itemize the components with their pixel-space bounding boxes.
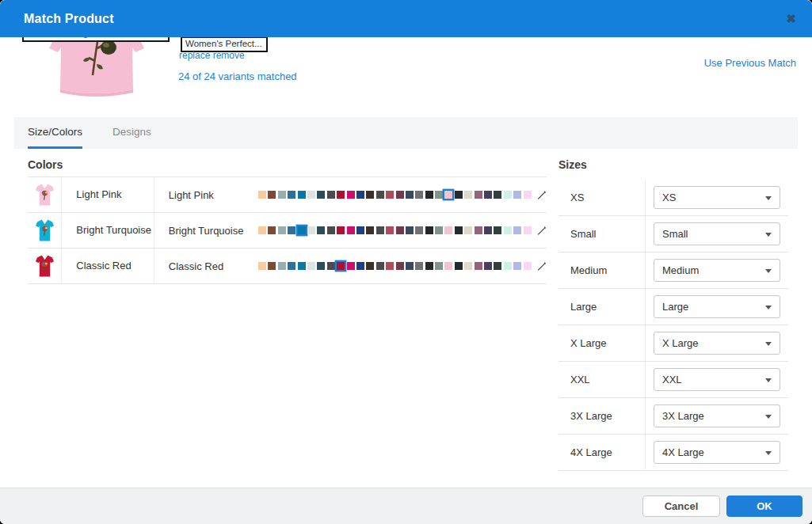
size-select[interactable]: 4X Large [654,441,780,464]
color-swatch[interactable] [376,226,384,234]
color-swatch[interactable] [288,226,295,234]
color-swatch[interactable] [406,191,414,199]
size-select[interactable]: Small [654,222,780,245]
cancel-button[interactable]: Cancel [642,496,720,517]
color-swatch[interactable] [464,262,472,270]
color-swatch[interactable] [376,262,384,270]
color-swatch[interactable] [435,191,443,199]
color-swatch[interactable] [524,226,532,234]
color-swatch[interactable] [337,191,345,199]
color-swatch[interactable] [406,262,414,270]
color-swatch[interactable] [475,191,482,199]
color-swatch[interactable] [444,191,452,199]
color-swatch[interactable] [494,226,501,234]
color-swatch[interactable] [464,226,472,234]
color-swatch[interactable] [396,191,404,199]
color-swatch[interactable] [258,191,266,199]
color-swatch[interactable] [475,226,482,234]
color-swatch[interactable] [298,262,306,270]
color-swatch[interactable] [415,226,423,234]
color-swatch[interactable] [513,262,521,270]
color-swatch[interactable] [396,262,404,270]
ok-button[interactable]: OK [726,496,802,517]
color-swatch[interactable] [356,262,364,270]
color-swatch[interactable] [455,191,463,199]
size-select[interactable]: XXL [654,368,780,391]
color-swatch[interactable] [347,191,355,199]
color-swatch[interactable] [504,226,512,234]
color-swatch[interactable] [327,262,335,270]
tab-designs[interactable]: Designs [112,117,151,149]
color-swatch[interactable] [288,191,295,199]
color-swatch[interactable] [425,226,433,234]
color-swatch[interactable] [317,262,325,270]
color-swatch[interactable] [327,226,335,234]
color-swatch[interactable] [278,226,286,234]
color-swatch[interactable] [298,191,306,199]
color-swatch[interactable] [435,226,443,234]
color-swatch[interactable] [258,226,266,234]
color-swatch[interactable] [366,262,374,270]
color-swatch[interactable] [464,191,472,199]
tab-size-colors[interactable]: Size/Colors [28,117,82,149]
color-swatch[interactable] [317,191,325,199]
color-swatch[interactable] [455,226,463,234]
color-swatch[interactable] [513,191,521,199]
color-swatch[interactable] [513,226,521,234]
close-icon[interactable]: ✖ [783,0,799,37]
color-swatch[interactable] [504,191,512,199]
color-swatch[interactable] [366,191,374,199]
color-swatch[interactable] [307,262,315,270]
color-swatch[interactable] [307,226,315,234]
use-previous-match-link[interactable]: Use Previous Match [704,57,796,69]
color-swatch[interactable] [475,262,482,270]
color-swatch[interactable] [356,226,364,234]
color-swatch[interactable] [435,262,443,270]
color-swatch[interactable] [524,262,532,270]
color-swatch[interactable] [396,226,404,234]
color-swatch[interactable] [494,262,501,270]
color-swatch[interactable] [356,191,364,199]
color-swatch[interactable] [425,191,433,199]
color-swatch[interactable] [288,262,295,270]
color-swatch[interactable] [386,226,394,234]
color-swatch[interactable] [278,191,286,199]
color-swatch[interactable] [386,191,394,199]
color-swatch[interactable] [347,262,355,270]
color-swatch[interactable] [307,191,315,199]
color-swatch[interactable] [337,226,345,234]
color-swatch[interactable] [444,262,452,270]
replace-link[interactable]: replace [179,50,210,61]
color-swatch[interactable] [268,226,276,234]
color-swatch[interactable] [337,262,345,270]
remove-link[interactable]: remove [213,50,245,61]
color-swatch[interactable] [524,191,532,199]
size-select[interactable]: XS [654,186,780,209]
color-swatch[interactable] [298,226,306,234]
color-swatch[interactable] [327,191,335,199]
edit-color-button[interactable] [536,226,547,236]
edit-pencil-icon[interactable] [536,190,547,200]
color-swatch[interactable] [347,226,355,234]
color-swatch[interactable] [406,226,414,234]
color-swatch[interactable] [376,191,384,199]
color-swatch[interactable] [425,262,433,270]
color-swatch[interactable] [317,226,325,234]
color-swatch[interactable] [455,262,463,270]
color-swatch[interactable] [504,262,512,270]
size-select[interactable]: X Large [654,332,780,355]
color-swatch[interactable] [258,262,266,270]
edit-pencil-icon[interactable] [536,226,547,236]
size-select[interactable]: 3X Large [654,404,780,427]
color-swatch[interactable] [268,262,276,270]
color-swatch[interactable] [484,191,492,199]
color-swatch[interactable] [278,262,286,270]
edit-color-button[interactable] [536,190,547,200]
color-swatch[interactable] [484,262,492,270]
color-swatch[interactable] [484,226,492,234]
size-select[interactable]: Medium [654,259,780,282]
size-select[interactable]: Large [654,295,780,318]
edit-pencil-icon[interactable] [536,261,547,271]
color-swatch[interactable] [386,262,394,270]
color-swatch[interactable] [415,191,423,199]
